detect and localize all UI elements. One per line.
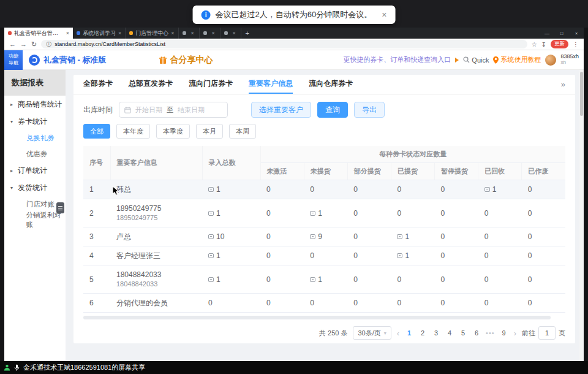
browser-tab[interactable]: ×	[200, 28, 221, 39]
export-button[interactable]: 导出	[354, 102, 385, 118]
close-icon[interactable]: ×	[569, 31, 584, 36]
main-tab[interactable]: 流向门店券卡	[189, 75, 233, 94]
browser-tab[interactable]: ×	[179, 28, 200, 39]
vertical-scrollbar[interactable]	[579, 70, 584, 361]
screen: i 会议已超过2人，自动转为60分钟限时会议。 × 礼盒营销平台管理中心 × 系…	[0, 0, 588, 374]
table-row[interactable]: 3 卢总 100901000	[83, 227, 565, 246]
customer-cell: 18048842033 18048842033	[110, 265, 202, 294]
tab-favicon	[129, 31, 133, 35]
stat-cell: 1	[202, 265, 260, 294]
browser-tab[interactable]: ×	[221, 28, 241, 39]
stat-cell: 0	[435, 199, 478, 227]
toast-close-icon[interactable]: ×	[382, 10, 386, 20]
sidebar-item[interactable]: ▸ 商品销售统计	[4, 96, 66, 113]
hscroll-thumb[interactable]	[83, 316, 551, 319]
tab-close-icon[interactable]: ×	[191, 30, 194, 36]
sidebar-item[interactable]: 分销返利对账	[4, 212, 66, 228]
table-row[interactable]: 2 18950249775 18950249775 10100000	[83, 199, 565, 227]
table-row[interactable]: 4 客户经理张三 10001000	[83, 246, 565, 265]
page-number[interactable]: 6	[472, 329, 481, 337]
tab-close-icon[interactable]: ×	[66, 30, 69, 36]
page-number[interactable]: •••	[486, 329, 495, 337]
sidebar-item[interactable]: 兑换礼券	[4, 130, 66, 146]
function-nav-toggle[interactable]: 功能 导航	[4, 50, 23, 70]
tab-title: 系统培训学习	[83, 29, 116, 37]
page-size-select[interactable]: 30条/页 ▾	[353, 326, 391, 340]
row-index: 6	[83, 294, 110, 313]
table-row[interactable]: 1 韩总 10000010	[83, 180, 565, 199]
user-avatar[interactable]	[545, 55, 556, 66]
total-count: 共 250 条	[319, 329, 347, 338]
bookmark-star-icon[interactable]: ☆	[532, 41, 537, 48]
stat-cell: 0	[478, 199, 522, 227]
brand-title: 礼盒营销 - 标准版	[43, 55, 107, 66]
tab-close-icon[interactable]: ×	[171, 30, 174, 36]
prev-page-icon[interactable]: ‹	[397, 329, 399, 338]
search-button[interactable]: 查询	[317, 102, 348, 118]
page-number[interactable]: 4	[445, 329, 454, 337]
page-number[interactable]: 2	[418, 329, 427, 337]
tab-favicon	[224, 31, 228, 35]
page-number[interactable]: 3	[432, 329, 440, 337]
new-tab-button[interactable]: +	[241, 28, 254, 39]
stat-cell: 1	[202, 180, 260, 199]
select-customer-button[interactable]: 选择重要客户	[251, 102, 311, 118]
tab-close-icon[interactable]: ×	[118, 30, 121, 36]
quick-search[interactable]: Quick	[463, 56, 489, 64]
card-count-icon	[397, 253, 402, 258]
quick-filter-button[interactable]: 本月	[196, 124, 223, 139]
back-icon[interactable]: ←	[9, 41, 16, 48]
table-row[interactable]: 6 分销代理的会员 00000000	[83, 294, 565, 313]
browser-menu-icon[interactable]: ⋮	[573, 41, 579, 48]
sidebar-item[interactable]: ▾ 券卡统计	[4, 113, 66, 130]
stat-value: 0	[484, 209, 489, 218]
goto-page-input[interactable]	[538, 326, 556, 340]
main-tab[interactable]: 全部券卡	[83, 75, 113, 94]
quick-filter-button[interactable]: 全部	[83, 124, 110, 139]
maximize-icon[interactable]: □	[554, 31, 569, 36]
filter-row: 出库时间 开始日期 至 结束日期 选择重要客户 查询 导出	[83, 102, 565, 118]
horizontal-scrollbar[interactable]	[83, 315, 565, 320]
minimize-icon[interactable]: —	[540, 31, 554, 36]
browser-tab[interactable]: 门店管理中心 ×	[126, 28, 178, 39]
quick-filter-button[interactable]: 本季度	[156, 124, 190, 139]
page-number[interactable]: 9	[500, 329, 508, 337]
vscroll-thumb[interactable]	[580, 72, 583, 116]
url-box[interactable]: ⓘ standard.maboy.cn/CardMemberStatistics…	[41, 40, 527, 48]
tabs-collapse-icon[interactable]: »	[561, 80, 565, 89]
tab-close-icon[interactable]: ×	[233, 30, 236, 36]
browser-tab[interactable]: 系统培训学习 ×	[73, 28, 126, 39]
next-page-icon[interactable]: ›	[514, 329, 516, 338]
sidebar-item[interactable]: 优惠券	[4, 146, 66, 162]
page-list: 123456•••9	[405, 329, 508, 337]
date-range-input[interactable]: 开始日期 至 结束日期	[119, 102, 228, 118]
page-number[interactable]: 1	[405, 329, 413, 337]
quick-filter-button[interactable]: 本周	[229, 124, 256, 139]
main-tab[interactable]: 重要客户信息	[249, 75, 293, 94]
download-icon[interactable]: ↧	[541, 41, 546, 48]
stat-value: 0	[353, 299, 358, 307]
tutorial-link[interactable]: 系统使用教程	[493, 55, 541, 64]
stat-cell: 0	[347, 180, 391, 199]
stat-value: 0	[528, 185, 532, 194]
quick-filter-button[interactable]: 本年度	[116, 124, 150, 139]
share-center-title: 合分享中心	[170, 55, 213, 66]
sidebar-item[interactable]: ▾ 发货统计	[4, 179, 66, 196]
tab-close-icon[interactable]: ×	[212, 30, 215, 36]
content-area: 全部券卡总部直发券卡流向门店券卡重要客户信息流向仓库券卡 » 出库时间 开始日期…	[66, 70, 584, 361]
stat-value: 0	[441, 209, 445, 218]
share-center-link[interactable]: 合分享中心	[159, 55, 213, 66]
site-info-icon[interactable]: ⓘ	[46, 40, 51, 48]
reload-icon[interactable]: ↻	[31, 41, 37, 48]
sidebar-collapse-handle[interactable]	[56, 202, 64, 213]
browser-tab[interactable]: 礼盒营销平台管理中心 ×	[4, 28, 73, 39]
main-tab[interactable]: 总部直发券卡	[129, 75, 173, 94]
table-row[interactable]: 5 18048842033 18048842033 10100000	[83, 265, 565, 294]
page-number[interactable]: 5	[459, 329, 467, 337]
forward-icon[interactable]: →	[20, 41, 27, 48]
update-badge[interactable]: 更新	[551, 40, 568, 48]
main-tab[interactable]: 流向仓库券卡	[309, 75, 353, 94]
sidebar-item[interactable]: ▸ 订单统计	[4, 162, 66, 179]
stat-value: 9	[318, 232, 322, 241]
customer-phone-sub: 18048842033	[116, 280, 196, 288]
